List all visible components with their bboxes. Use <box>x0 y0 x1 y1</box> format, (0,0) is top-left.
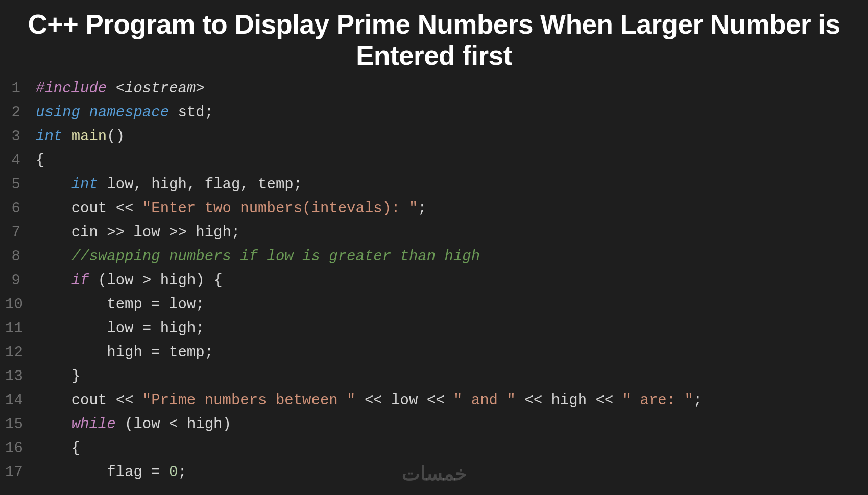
code-token: flag <box>196 176 240 193</box>
code-content: { <box>36 148 868 172</box>
code-content: } <box>36 364 868 388</box>
code-token: ; <box>196 296 204 313</box>
code-token: , <box>187 176 196 193</box>
line-number: 1 <box>5 77 36 101</box>
code-token: ; <box>178 464 186 481</box>
code-line: 3int main() <box>5 125 868 148</box>
code-token <box>62 128 71 145</box>
code-token <box>89 272 98 289</box>
code-content: { <box>36 436 868 460</box>
code-token: 0 <box>169 464 178 481</box>
code-token <box>205 272 213 289</box>
line-number: 7 <box>5 220 36 244</box>
code-token: high <box>160 320 196 337</box>
watermark-text: خمسات <box>402 462 467 485</box>
code-token: << <box>116 392 142 409</box>
code-token: high <box>196 224 231 241</box>
code-token: flag <box>107 464 151 481</box>
code-content: low = high; <box>36 316 868 340</box>
code-token: ; <box>231 224 240 241</box>
line-number: 4 <box>5 148 36 172</box>
code-token: ; <box>205 104 213 121</box>
code-line: 8 //swapping numbers if low is greater t… <box>5 244 868 268</box>
code-token: < <box>169 416 187 433</box>
code-line: 13 } <box>5 364 868 388</box>
code-token: #include <box>36 80 107 97</box>
code-token: low <box>133 416 169 433</box>
code-token: high <box>187 416 223 433</box>
code-block: 1#include <iostream>2using namespace std… <box>0 77 868 484</box>
code-line: 7 cin >> low >> high; <box>5 220 868 244</box>
code-content: int low, high, flag, temp; <box>36 172 868 196</box>
code-token: std <box>169 104 205 121</box>
code-token <box>116 416 125 433</box>
code-token: low <box>169 296 196 313</box>
code-token: >> <box>169 224 196 241</box>
code-token: " and " <box>453 392 516 409</box>
line-number: 13 <box>5 364 36 388</box>
code-token: <iostream> <box>116 80 205 97</box>
code-token: << <box>365 392 391 409</box>
code-token: temp <box>169 344 205 361</box>
code-content: temp = low; <box>36 292 868 316</box>
code-content: cout << "Prime numbers between " << low … <box>36 388 868 412</box>
code-token: = <box>142 320 160 337</box>
code-token: << <box>595 392 622 409</box>
line-number: 11 <box>5 316 36 340</box>
code-content: cout << "Enter two numbers(intevals): "; <box>36 196 868 220</box>
code-token <box>356 392 365 409</box>
code-line: 4{ <box>5 148 868 172</box>
code-token: ; <box>693 392 702 409</box>
code-token: low <box>391 392 427 409</box>
line-number: 5 <box>5 172 36 196</box>
line-number: 14 <box>5 388 36 412</box>
code-token: if <box>71 272 89 289</box>
code-line: 14 cout << "Prime numbers between " << l… <box>5 388 868 412</box>
code-token: ( <box>98 272 107 289</box>
code-token: << <box>116 200 142 217</box>
line-number: 9 <box>5 268 36 292</box>
code-token: low <box>98 176 134 193</box>
line-number: 10 <box>5 292 36 316</box>
code-token: "Prime numbers between " <box>142 392 356 409</box>
code-token: "Enter two numbers(intevals): " <box>142 200 418 217</box>
code-token: high <box>142 176 187 193</box>
code-content: if (low > high) { <box>36 268 868 292</box>
code-token: cout <box>71 200 116 217</box>
line-number: 12 <box>5 340 36 364</box>
code-token: high <box>160 272 196 289</box>
code-line: 15 while (low < high) <box>5 412 868 436</box>
code-token: high <box>107 344 151 361</box>
line-number: 8 <box>5 244 36 268</box>
code-line: 12 high = temp; <box>5 340 868 364</box>
code-token: () <box>107 128 125 145</box>
code-token: ) <box>196 272 204 289</box>
code-token: while <box>71 416 116 433</box>
code-token: ; <box>205 344 213 361</box>
code-token: int <box>71 176 98 193</box>
code-token: { <box>71 440 80 457</box>
code-line: 9 if (low > high) { <box>5 268 868 292</box>
code-token: { <box>36 152 44 169</box>
code-token: temp <box>107 296 151 313</box>
code-token: << <box>427 392 453 409</box>
code-line: 16 { <box>5 436 868 460</box>
code-token: ; <box>418 200 426 217</box>
code-token: temp <box>249 176 294 193</box>
code-token: using <box>36 104 80 121</box>
code-line: 11 low = high; <box>5 316 868 340</box>
code-token: << <box>524 392 551 409</box>
code-content: int main() <box>36 125 868 148</box>
line-number: 15 <box>5 412 36 436</box>
code-token: } <box>71 368 80 385</box>
code-content: #include <iostream> <box>36 77 868 101</box>
code-content: //swapping numbers if low is greater tha… <box>36 244 868 268</box>
code-line: 2using namespace std; <box>5 101 868 125</box>
code-token: cin <box>71 224 107 241</box>
code-line: 5 int low, high, flag, temp; <box>5 172 868 196</box>
code-token: ( <box>125 416 133 433</box>
code-token: = <box>151 296 169 313</box>
code-line: 10 temp = low; <box>5 292 868 316</box>
code-token: ; <box>196 320 204 337</box>
line-number: 6 <box>5 196 36 220</box>
